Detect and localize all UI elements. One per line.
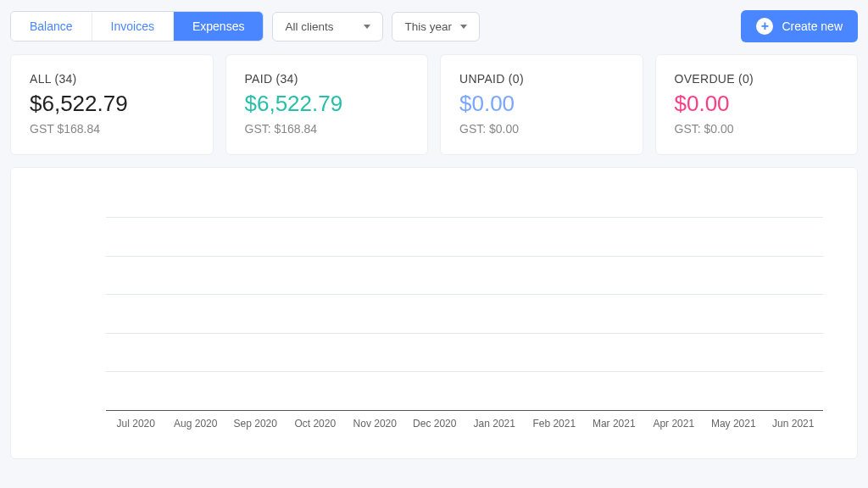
card-title: OVERDUE (0) xyxy=(675,72,839,86)
card-title: PAID (34) xyxy=(245,72,409,86)
chart-x-label: Nov 2020 xyxy=(345,414,405,445)
card-sub: GST $168.84 xyxy=(30,122,194,136)
card-sub: GST: $168.84 xyxy=(245,122,409,136)
chart-x-label: May 2021 xyxy=(704,414,764,445)
create-new-label: Create new xyxy=(782,19,843,33)
expenses-bar-chart: Jul 2020Aug 2020Sep 2020Oct 2020Nov 2020… xyxy=(28,183,840,445)
card-value: $0.00 xyxy=(675,91,839,117)
chart-x-label: Jan 2021 xyxy=(465,414,525,445)
chart-x-label: Sep 2020 xyxy=(225,414,286,445)
clients-filter-dropdown[interactable]: All clients xyxy=(272,12,383,42)
chart-x-label: Dec 2020 xyxy=(405,414,465,445)
chart-x-label: Apr 2021 xyxy=(644,414,704,445)
chevron-down-icon xyxy=(460,25,467,29)
card-value: $0.00 xyxy=(459,91,624,117)
summary-card-overdue[interactable]: OVERDUE (0) $0.00 GST: $0.00 xyxy=(655,54,859,155)
plus-icon: + xyxy=(756,18,773,35)
tab-invoices[interactable]: Invoices xyxy=(92,12,174,41)
tab-expenses[interactable]: Expenses xyxy=(174,12,263,41)
summary-card-all[interactable]: ALL (34) $6,522.79 GST $168.84 xyxy=(10,54,214,155)
chart-x-label: Oct 2020 xyxy=(286,414,346,445)
clients-filter-label: All clients xyxy=(285,20,333,33)
create-new-button[interactable]: + Create new xyxy=(741,10,858,42)
chart-x-label: Feb 2021 xyxy=(525,414,585,445)
summary-cards: ALL (34) $6,522.79 GST $168.84 PAID (34)… xyxy=(10,54,858,155)
period-filter-dropdown[interactable]: This year xyxy=(392,12,480,42)
card-title: ALL (34) xyxy=(30,72,194,86)
expenses-chart-panel: Jul 2020Aug 2020Sep 2020Oct 2020Nov 2020… xyxy=(10,167,858,459)
top-toolbar: Balance Invoices Expenses All clients Th… xyxy=(10,10,858,42)
summary-card-paid[interactable]: PAID (34) $6,522.79 GST: $168.84 xyxy=(225,54,429,155)
main-tabs: Balance Invoices Expenses xyxy=(10,11,264,42)
summary-card-unpaid[interactable]: UNPAID (0) $0.00 GST: $0.00 xyxy=(440,54,643,155)
tab-balance[interactable]: Balance xyxy=(11,12,92,41)
card-sub: GST: $0.00 xyxy=(459,122,624,136)
chart-x-label: Aug 2020 xyxy=(166,414,226,445)
card-sub: GST: $0.00 xyxy=(675,122,839,136)
card-title: UNPAID (0) xyxy=(459,72,624,86)
chevron-down-icon xyxy=(364,25,370,29)
card-value: $6,522.79 xyxy=(30,91,194,117)
period-filter-label: This year xyxy=(404,20,452,33)
chart-x-label: Mar 2021 xyxy=(584,414,644,445)
chart-x-label: Jun 2021 xyxy=(764,414,824,445)
chart-x-label: Jul 2020 xyxy=(106,414,166,445)
card-value: $6,522.79 xyxy=(245,91,409,117)
